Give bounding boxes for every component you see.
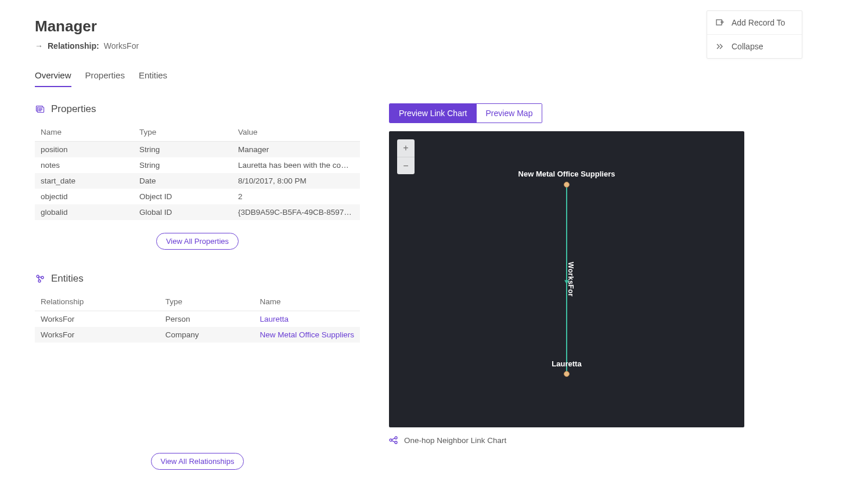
prop-type: String [134, 142, 232, 158]
relationship-value: WorksFor [104, 41, 139, 51]
ent-name-link[interactable]: Lauretta [254, 311, 360, 327]
prop-type: Object ID [134, 189, 232, 204]
page-title: Manager [35, 17, 808, 35]
ent-relationship: WorksFor [35, 311, 160, 327]
prop-value: Manager [232, 142, 360, 158]
properties-section-title: Properties [51, 103, 96, 115]
ent-type: Person [160, 311, 254, 327]
svg-line-16 [392, 438, 395, 440]
preview-map-button[interactable]: Preview Map [477, 104, 542, 123]
table-row: WorksFor Person Lauretta [35, 311, 360, 327]
prop-col-value: Value [232, 123, 360, 142]
table-row: WorksFor Company New Metal Office Suppli… [35, 327, 360, 343]
collapse-button[interactable]: Collapse [707, 34, 802, 58]
prop-value: Lauretta has been with the compan… [232, 157, 360, 173]
ent-relationship: WorksFor [35, 327, 160, 343]
add-record-icon [715, 18, 725, 27]
ent-name-link[interactable]: New Metal Office Suppliers [254, 327, 360, 343]
properties-table: Name Type Value position String Manager … [35, 123, 360, 220]
link-chart-canvas[interactable]: + − New Metal Office Suppliers WorksFor … [389, 131, 744, 427]
chart-edge-label: WorksFor [567, 262, 575, 297]
svg-line-12 [38, 278, 39, 280]
chart-node-bottom-dot[interactable] [564, 371, 570, 377]
collapse-icon [715, 42, 725, 51]
view-all-relationships-button[interactable]: View All Relationships [151, 453, 244, 470]
zoom-control: + − [397, 139, 415, 174]
ent-col-type: Type [160, 293, 254, 311]
prop-name: globalid [35, 204, 134, 220]
prop-value: 8/10/2017, 8:00 PM [232, 173, 360, 189]
properties-icon [35, 104, 45, 114]
graph-icon [389, 435, 398, 445]
chart-node-bottom-label: Lauretta [552, 359, 581, 368]
tabs: Overview Properties Entities [35, 70, 808, 87]
svg-point-10 [38, 280, 41, 282]
zoom-out-button[interactable]: − [397, 157, 415, 174]
table-row: notes String Lauretta has been with the … [35, 157, 360, 173]
zoom-in-button[interactable]: + [397, 139, 415, 157]
table-row: objectid Object ID 2 [35, 189, 360, 204]
prop-name: start_date [35, 173, 134, 189]
chart-footer-label: One-hop Neighbor Link Chart [404, 436, 506, 445]
relationship-subtitle: → Relationship: WorksFor [35, 41, 808, 51]
prop-value: {3DB9A59C-B5FA-49CB-8597-5097… [232, 204, 360, 220]
properties-section-head: Properties [35, 103, 360, 115]
svg-point-9 [41, 276, 44, 279]
prop-col-type: Type [134, 123, 232, 142]
collapse-label: Collapse [732, 42, 763, 51]
add-record-label: Add Record To [732, 18, 785, 27]
prop-name: objectid [35, 189, 134, 204]
entities-table: Relationship Type Name WorksFor Person L… [35, 293, 360, 343]
svg-line-17 [392, 441, 395, 442]
chart-footer: One-hop Neighbor Link Chart [389, 435, 808, 445]
prop-col-name: Name [35, 123, 134, 142]
tab-overview[interactable]: Overview [35, 70, 71, 87]
svg-point-14 [395, 437, 397, 439]
svg-line-11 [39, 277, 42, 278]
ent-col-name: Name [254, 293, 360, 311]
arrow-icon: → [35, 41, 43, 51]
chart-toggle: Preview Link Chart Preview Map [389, 103, 542, 123]
table-row: globalid Global ID {3DB9A59C-B5FA-49CB-8… [35, 204, 360, 220]
svg-point-13 [390, 439, 392, 441]
actions-menu: Add Record To Collapse [707, 10, 802, 59]
prop-type: Global ID [134, 204, 232, 220]
table-row: start_date Date 8/10/2017, 8:00 PM [35, 173, 360, 189]
chart-node-top-dot[interactable] [564, 182, 570, 188]
table-row: position String Manager [35, 142, 360, 158]
prop-type: String [134, 157, 232, 173]
ent-col-relationship: Relationship [35, 293, 160, 311]
prop-name: notes [35, 157, 134, 173]
svg-point-15 [395, 441, 397, 444]
ent-type: Company [160, 327, 254, 343]
chart-node-top-label: New Metal Office Suppliers [518, 170, 615, 178]
view-all-properties-button[interactable]: View All Properties [156, 233, 239, 250]
tab-entities[interactable]: Entities [139, 70, 167, 87]
tab-properties[interactable]: Properties [85, 70, 125, 87]
preview-link-chart-button[interactable]: Preview Link Chart [390, 104, 477, 123]
add-record-to-button[interactable]: Add Record To [707, 11, 802, 34]
prop-name: position [35, 142, 134, 158]
relationship-label: Relationship: [48, 41, 99, 51]
entities-icon [35, 273, 45, 284]
prop-value: 2 [232, 189, 360, 204]
entities-section-head: Entities [35, 273, 360, 285]
prop-type: Date [134, 173, 232, 189]
entities-section-title: Entities [51, 273, 84, 285]
